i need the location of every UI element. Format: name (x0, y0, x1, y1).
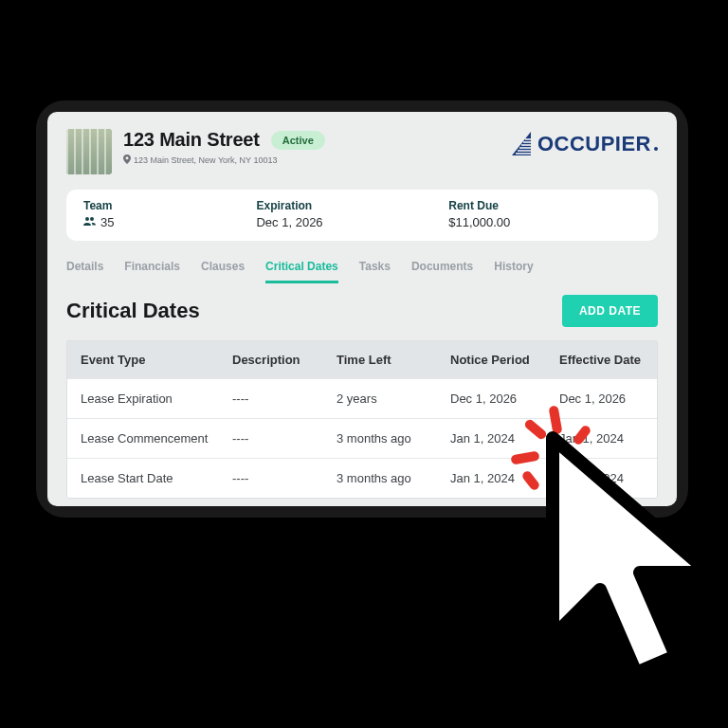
cell-notice-period: Dec 1, 2026 (450, 391, 559, 406)
section-title: Critical Dates (66, 299, 200, 323)
col-notice-period: Notice Period (450, 353, 559, 367)
tab-critical-dates[interactable]: Critical Dates (265, 260, 338, 283)
cell-event-type: Lease Expiration (81, 391, 232, 406)
property-address: 123 Main Street, New York, NY 10013 (134, 155, 277, 165)
rent-due-value: $11,000.00 (448, 215, 641, 229)
critical-dates-table: Event Type Description Time Left Notice … (66, 340, 658, 499)
tab-clauses[interactable]: Clauses (201, 260, 245, 283)
app-screen: 123 Main Street Active 123 Main Street, … (47, 112, 677, 506)
table-row[interactable]: Lease Expiration ---- 2 years Dec 1, 202… (67, 378, 657, 418)
cell-effective-date: Jan 1, 2024 (559, 431, 644, 446)
address-line: 123 Main Street, New York, NY 10013 (123, 155, 325, 166)
tab-financials[interactable]: Financials (124, 260, 180, 283)
table-body: Lease Expiration ---- 2 years Dec 1, 202… (67, 378, 657, 498)
add-date-button[interactable]: ADD DATE (562, 295, 658, 327)
col-time-left: Time Left (337, 353, 450, 367)
brand-name: OCCUPIER (537, 132, 658, 156)
table-row[interactable]: Lease Start Date ---- 3 months ago Jan 1… (67, 458, 657, 498)
col-effective-date: Effective Date (559, 353, 644, 367)
tab-details[interactable]: Details (66, 260, 103, 283)
team-count: 35 (100, 215, 114, 229)
team-icon (83, 216, 96, 229)
page-title: 123 Main Street (123, 129, 260, 151)
cell-notice-period: Jan 1, 2024 (450, 471, 559, 485)
status-badge: Active (271, 131, 325, 150)
tablet-frame: 123 Main Street Active 123 Main Street, … (36, 100, 688, 518)
tab-history[interactable]: History (494, 260, 533, 283)
summary-card: Team 35 Expiration Dec 1, 2026 Rent Due … (66, 190, 658, 241)
table-row[interactable]: Lease Commencement ---- 3 months ago Jan… (67, 418, 657, 458)
header: 123 Main Street Active 123 Main Street, … (66, 129, 658, 174)
expiration-value: Dec 1, 2026 (256, 215, 448, 229)
col-description: Description (232, 353, 337, 367)
cell-description: ---- (232, 391, 337, 406)
cell-effective-date: Dec 1, 2026 (559, 391, 644, 406)
brand-logo-icon (511, 131, 532, 157)
tab-bar: Details Financials Clauses Critical Date… (66, 260, 658, 283)
tab-tasks[interactable]: Tasks (359, 260, 391, 283)
col-event-type: Event Type (81, 353, 232, 367)
cell-event-type: Lease Start Date (81, 471, 232, 485)
cell-description: ---- (232, 471, 337, 485)
cell-time-left: 3 months ago (337, 471, 450, 485)
property-header: 123 Main Street Active 123 Main Street, … (66, 129, 325, 174)
expiration-label: Expiration (256, 199, 448, 212)
cell-description: ---- (232, 431, 337, 446)
brand-logo: OCCUPIER (511, 131, 658, 157)
cell-notice-period: Jan 1, 2024 (450, 431, 559, 446)
rent-due-label: Rent Due (448, 199, 641, 212)
cell-effective-date: Jan 1, 2024 (559, 471, 644, 485)
cell-event-type: Lease Commencement (81, 431, 232, 446)
cell-time-left: 3 months ago (337, 431, 450, 446)
location-pin-icon (123, 155, 131, 166)
tab-documents[interactable]: Documents (411, 260, 473, 283)
cell-time-left: 2 years (337, 391, 450, 406)
table-header-row: Event Type Description Time Left Notice … (67, 341, 657, 378)
team-label: Team (83, 199, 256, 212)
property-thumbnail (66, 129, 112, 174)
